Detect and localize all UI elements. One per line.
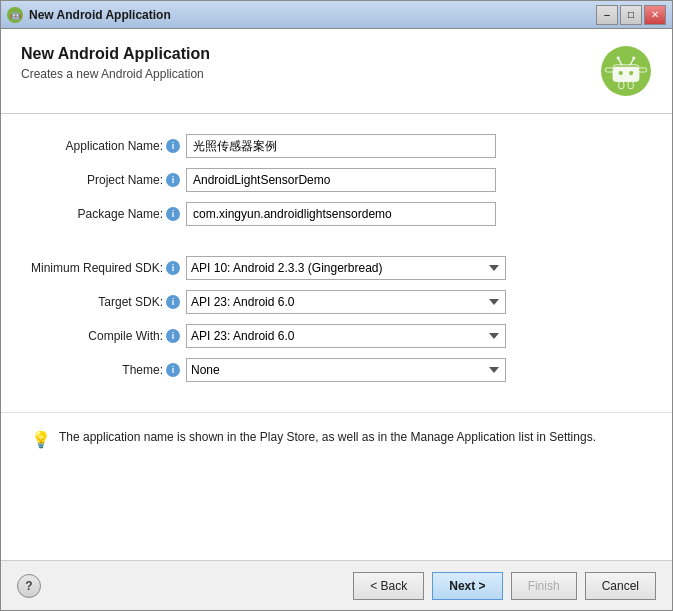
title-bar-buttons: – □ ✕	[596, 5, 666, 25]
title-bar-text: New Android Application	[29, 8, 596, 22]
spacer	[1, 465, 672, 560]
target-sdk-info-icon[interactable]: i	[166, 295, 180, 309]
app-name-row: Application Name: i	[31, 134, 642, 158]
min-sdk-select[interactable]: API 10: Android 2.3.3 (Gingerbread)API 2…	[186, 256, 506, 280]
svg-point-3	[619, 71, 623, 75]
android-icon: 🤖	[7, 7, 23, 23]
min-sdk-row: Minimum Required SDK: i API 10: Android …	[31, 256, 642, 280]
app-name-info-icon[interactable]: i	[166, 139, 180, 153]
content-area: New Android Application Creates a new An…	[1, 29, 672, 560]
compile-with-info-icon[interactable]: i	[166, 329, 180, 343]
theme-label: Theme: i	[31, 363, 186, 377]
package-name-row: Package Name: i	[31, 202, 642, 226]
title-bar: 🤖 New Android Application – □ ✕	[1, 1, 672, 29]
theme-row: Theme: i NoneHolo LightHolo Dark	[31, 358, 642, 382]
svg-rect-10	[638, 68, 646, 72]
min-sdk-label: Minimum Required SDK: i	[31, 261, 186, 275]
next-button[interactable]: Next >	[432, 572, 502, 600]
bottom-buttons: < Back Next > Finish Cancel	[353, 572, 656, 600]
hint-bulb-icon: 💡	[31, 430, 51, 449]
project-name-label: Project Name: i	[31, 173, 186, 187]
svg-point-8	[632, 56, 635, 59]
minimize-button[interactable]: –	[596, 5, 618, 25]
svg-rect-11	[619, 81, 624, 88]
project-name-row: Project Name: i	[31, 168, 642, 192]
target-sdk-row: Target SDK: i API 23: Android 6.0	[31, 290, 642, 314]
package-name-info-icon[interactable]: i	[166, 207, 180, 221]
finish-button[interactable]: Finish	[511, 572, 577, 600]
svg-point-4	[629, 71, 633, 75]
header-text: New Android Application Creates a new An…	[21, 45, 210, 81]
help-button[interactable]: ?	[17, 574, 41, 598]
target-sdk-select[interactable]: API 23: Android 6.0	[186, 290, 506, 314]
compile-with-select[interactable]: API 23: Android 6.0	[186, 324, 506, 348]
svg-rect-12	[628, 81, 633, 88]
package-name-label: Package Name: i	[31, 207, 186, 221]
compile-with-label: Compile With: i	[31, 329, 186, 343]
bottom-bar: ? < Back Next > Finish Cancel	[1, 560, 672, 610]
close-button[interactable]: ✕	[644, 5, 666, 25]
min-sdk-info-icon[interactable]: i	[166, 261, 180, 275]
package-name-input[interactable]	[186, 202, 496, 226]
form-section: Application Name: i Project Name: i Pack…	[1, 114, 672, 412]
theme-info-icon[interactable]: i	[166, 363, 180, 377]
header-subtitle: Creates a new Android Application	[21, 67, 210, 81]
theme-select[interactable]: NoneHolo LightHolo Dark	[186, 358, 506, 382]
hint-text: The application name is shown in the Pla…	[59, 429, 596, 446]
app-name-label: Application Name: i	[31, 139, 186, 153]
header-title: New Android Application	[21, 45, 210, 63]
project-name-info-icon[interactable]: i	[166, 173, 180, 187]
target-sdk-label: Target SDK: i	[31, 295, 186, 309]
restore-button[interactable]: □	[620, 5, 642, 25]
header-section: New Android Application Creates a new An…	[1, 29, 672, 114]
cancel-button[interactable]: Cancel	[585, 572, 656, 600]
svg-point-7	[617, 56, 620, 59]
app-name-input[interactable]	[186, 134, 496, 158]
hint-section: 💡 The application name is shown in the P…	[1, 412, 672, 465]
android-logo	[600, 45, 652, 97]
back-button[interactable]: < Back	[353, 572, 424, 600]
compile-with-row: Compile With: i API 23: Android 6.0	[31, 324, 642, 348]
project-name-input[interactable]	[186, 168, 496, 192]
svg-rect-2	[613, 67, 639, 82]
window: 🤖 New Android Application – □ ✕ New Andr…	[0, 0, 673, 611]
svg-rect-9	[605, 68, 613, 72]
